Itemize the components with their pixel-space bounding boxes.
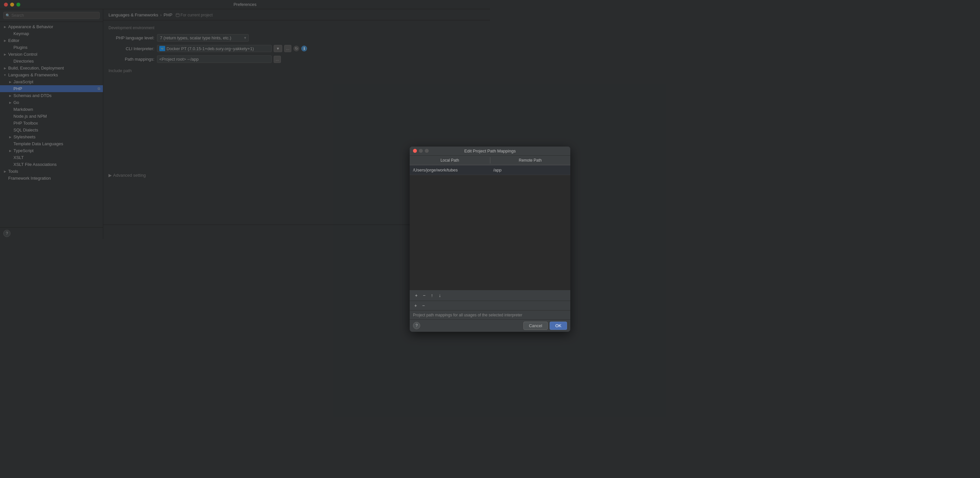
modal-titlebar: Edit Project Path Mappings bbox=[410, 147, 490, 156]
modal-edit-path-mappings: Edit Project Path Mappings Local Path Re… bbox=[410, 147, 490, 239]
modal-minimize-button[interactable] bbox=[419, 149, 423, 153]
modal-close-button[interactable] bbox=[413, 149, 417, 153]
modal-overlay: Edit Project Path Mappings Local Path Re… bbox=[0, 0, 490, 239]
modal-table-content: /Users/jorge/work/tubes /app bbox=[410, 165, 490, 239]
table-row[interactable]: /Users/jorge/work/tubes /app bbox=[410, 165, 490, 175]
local-path-cell: /Users/jorge/work/tubes bbox=[410, 167, 490, 173]
modal-table-header: Local Path Remote Path bbox=[410, 156, 490, 165]
modal-maximize-button[interactable] bbox=[425, 149, 429, 153]
modal-window-controls bbox=[413, 149, 429, 153]
modal-col-local-path: Local Path bbox=[410, 157, 490, 164]
modal-title: Edit Project Path Mappings bbox=[465, 148, 490, 153]
